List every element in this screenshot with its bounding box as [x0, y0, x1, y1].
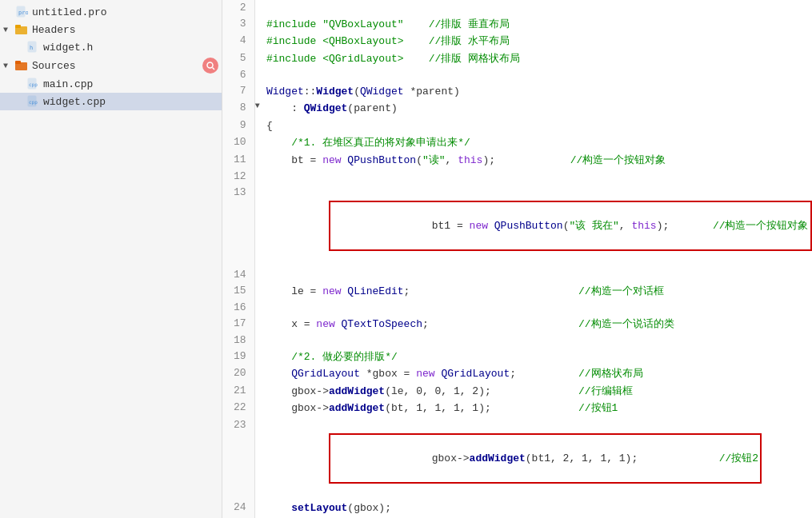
svg-line-9: [212, 67, 214, 70]
line-arrow: [254, 383, 260, 400]
table-row: 21 gbox->addWidget(le, 0, 0, 1, 2); //行编…: [222, 383, 812, 400]
table-row: 15 le = new QLineEdit; //构造一个对话框: [222, 283, 812, 301]
line-number: 24: [222, 500, 254, 517]
line-code: /*2. 做必要的排版*/: [260, 349, 812, 366]
svg-text:pro: pro: [18, 10, 28, 16]
main-cpp-icon: cpp: [26, 77, 40, 91]
line-number: 16: [222, 300, 254, 316]
table-row: 6: [222, 67, 812, 83]
widget-cpp-icon: cpp: [26, 94, 40, 109]
pro-file-icon: pro: [14, 5, 29, 19]
line-code: /*1. 在堆区真正的将对象申请出来*/: [260, 134, 812, 152]
sidebar-item-pro[interactable]: pro untitled.pro: [0, 3, 222, 21]
line-arrow: [254, 300, 260, 316]
line-number: 10: [222, 134, 254, 152]
table-row: 2: [222, 0, 812, 16]
code-editor[interactable]: 2 3 #include "QVBoxLayout" //排版 垂直布局 4 #…: [222, 0, 812, 518]
table-row: 22 gbox->addWidget(bt, 1, 1, 1, 1); //按钮…: [222, 400, 812, 417]
main-cpp-label: main.cpp: [43, 78, 93, 90]
line-code: setLayout(gbox);: [260, 500, 812, 517]
table-row: 7 Widget::Widget(QWidget *parent): [222, 83, 812, 101]
widget-h-icon: h: [26, 40, 40, 54]
line-code: [260, 0, 812, 16]
line-code: [260, 300, 812, 316]
line-arrow: [254, 83, 260, 101]
sidebar-item-headers[interactable]: ▼ Headers: [0, 21, 222, 38]
line-code: x = new QTextToSpeech; //构造一个说话的类: [260, 316, 812, 333]
line-code: : QWidget(parent): [260, 100, 812, 118]
widget-h-label: widget.h: [43, 42, 93, 54]
line-arrow: [254, 134, 260, 152]
line-arrow: [254, 0, 260, 16]
line-arrow: [254, 185, 260, 268]
line-arrow: [254, 349, 260, 366]
line-arrow: [254, 50, 260, 68]
sources-folder-icon: [14, 58, 29, 73]
svg-text:h: h: [30, 45, 33, 51]
line-number: 17: [222, 316, 254, 333]
table-row: 23 gbox->addWidget(bt1, 2, 1, 1, 1); //按…: [222, 417, 812, 500]
code-table: 2 3 #include "QVBoxLayout" //排版 垂直布局 4 #…: [222, 0, 812, 518]
headers-folder-label: Headers: [32, 24, 76, 36]
line-arrow: [254, 16, 260, 34]
line-arrow: [254, 283, 260, 301]
line-code: bt1 = new QPushButton("该 我在", this); //构…: [260, 185, 812, 268]
line-number: 23: [222, 417, 254, 500]
svg-rect-7: [15, 61, 21, 64]
line-code: [260, 267, 812, 283]
table-row: 13 bt1 = new QPushButton("该 我在", this); …: [222, 185, 812, 268]
line-code: le = new QLineEdit; //构造一个对话框: [260, 283, 812, 301]
line-number: 15: [222, 283, 254, 301]
table-row: 20 QGridLayout *gbox = new QGridLayout; …: [222, 365, 812, 383]
line-code: {: [260, 118, 812, 135]
line-code: Widget::Widget(QWidget *parent): [260, 83, 812, 101]
table-row: 19 /*2. 做必要的排版*/: [222, 349, 812, 366]
table-row: 8 ▼ : QWidget(parent): [222, 100, 812, 118]
headers-folder-icon: [14, 22, 29, 37]
sidebar: pro untitled.pro ▼ Headers h widget.h ▼: [0, 0, 222, 518]
line-code: [260, 333, 812, 349]
line-code: gbox->addWidget(le, 0, 0, 1, 2); //行编辑框: [260, 383, 812, 400]
line-number: 7: [222, 83, 254, 101]
line-number: 11: [222, 152, 254, 169]
sidebar-item-widget-cpp[interactable]: cpp widget.cpp: [0, 93, 222, 110]
line-arrow: [254, 333, 260, 349]
line-arrow: [254, 400, 260, 417]
table-row: 9 {: [222, 118, 812, 135]
line-code: #include <QHBoxLayout> //排版 水平布局: [260, 33, 812, 50]
line-code: #include <QGridLayout> //排版 网格状布局: [260, 50, 812, 68]
line-code: gbox->addWidget(bt, 1, 1, 1, 1); //按钮1: [260, 400, 812, 417]
sidebar-item-main-cpp[interactable]: cpp main.cpp: [0, 75, 222, 93]
line-arrow: [254, 316, 260, 333]
line-number: 13: [222, 185, 254, 268]
line-number: 12: [222, 169, 254, 185]
line-number: 14: [222, 267, 254, 283]
table-row: 10 /*1. 在堆区真正的将对象申请出来*/: [222, 134, 812, 152]
svg-point-8: [207, 62, 213, 68]
line-code: [260, 67, 812, 83]
line-code: bt = new QPushButton("读", this); //构造一个按…: [260, 152, 812, 169]
line-number: 2: [222, 0, 254, 16]
line-number: 22: [222, 400, 254, 417]
table-row: 12: [222, 169, 812, 185]
line-code: QGridLayout *gbox = new QGridLayout; //网…: [260, 365, 812, 383]
line-arrow: [254, 169, 260, 185]
sidebar-item-widget-h[interactable]: h widget.h: [0, 38, 222, 56]
line-number: 21: [222, 383, 254, 400]
table-row: 16: [222, 300, 812, 316]
table-row: 5 #include <QGridLayout> //排版 网格状布局: [222, 50, 812, 68]
table-row: 4 #include <QHBoxLayout> //排版 水平布局: [222, 33, 812, 50]
sources-folder-label: Sources: [32, 60, 76, 72]
table-row: 3 #include "QVBoxLayout" //排版 垂直布局: [222, 16, 812, 34]
line-number: 3: [222, 16, 254, 34]
line-number: 4: [222, 33, 254, 50]
line-number: 6: [222, 67, 254, 83]
widget-cpp-label: widget.cpp: [43, 96, 106, 108]
line-code: #include "QVBoxLayout" //排版 垂直布局: [260, 16, 812, 34]
line-arrow: [254, 67, 260, 83]
line-number: 20: [222, 365, 254, 383]
table-row: 24 setLayout(gbox);: [222, 500, 812, 517]
line-number: 9: [222, 118, 254, 135]
sidebar-item-sources[interactable]: ▼ Sources: [0, 56, 222, 75]
search-button[interactable]: [202, 58, 218, 74]
